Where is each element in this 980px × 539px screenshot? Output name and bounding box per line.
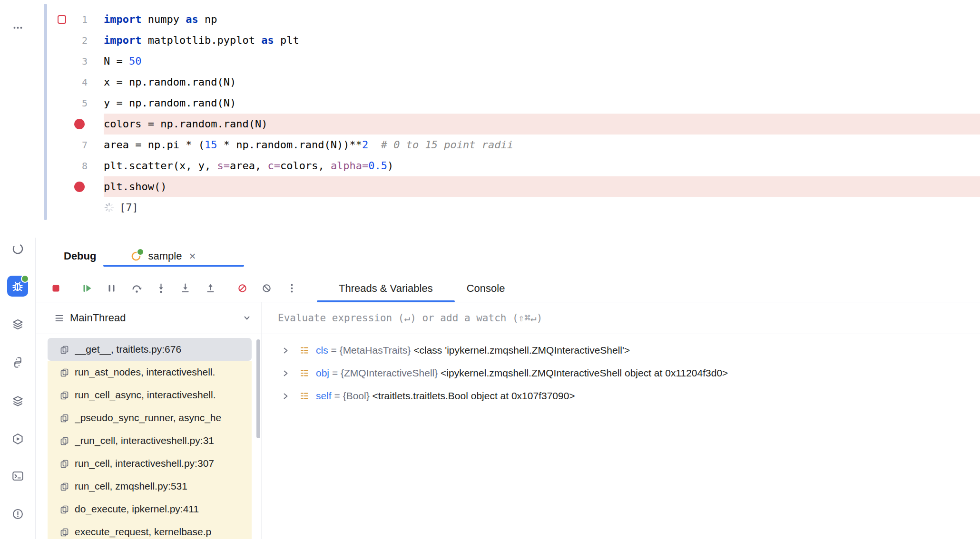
cell-run-marker-icon[interactable] [58,15,66,24]
code-token: import [104,13,141,25]
code-line[interactable]: 5 y = np.random.rand(N) [35,93,980,114]
gutter[interactable]: 1 [35,9,104,30]
frame-icon [59,436,69,446]
code-line[interactable]: 7 area = np.pi * (15 * np.random.rand(N)… [35,135,980,155]
tab-threads-variables[interactable]: Threads & Variables [317,275,455,302]
gutter[interactable] [35,176,104,197]
code-line[interactable]: [7] [35,197,980,218]
stack-frame-row[interactable]: run_cell_async, interactiveshell. [48,384,252,406]
frame-icon [59,413,69,423]
step-out-button[interactable] [204,282,217,295]
frame-label: run_cell, interactiveshell.py:307 [75,458,214,469]
code-text[interactable]: x = np.random.rand(N) [104,72,980,93]
code-token: N = [104,55,129,67]
gutter[interactable]: 3 [35,51,104,72]
more-tool-windows-button[interactable] [7,17,28,38]
breakpoint-icon[interactable] [74,119,85,129]
stack-tool-window-button[interactable] [7,314,28,335]
stack-frame-row[interactable]: _pseudo_sync_runner, async_he [48,406,252,429]
code-text[interactable]: area = np.pi * (15 * np.random.rand(N))*… [104,135,980,155]
mute-breakpoints-button[interactable] [260,282,273,295]
stack-frame-row[interactable]: __get__, traitlets.py:676 [48,338,252,361]
pause-button[interactable] [105,282,118,295]
thread-name: MainThread [70,312,126,324]
variable-row[interactable]: cls = {MetaHasTraits} <class 'ipykernel.… [262,339,980,362]
gutter[interactable]: 4 [35,72,104,93]
code-line[interactable]: 2 import matplotlib.pyplot as plt [35,30,980,51]
thread-selector[interactable]: MainThread [35,302,261,334]
stop-button[interactable] [49,282,62,295]
code-token: colors = np.random.rand(N) [104,118,267,130]
stack-frame-row[interactable]: run_ast_nodes, interactiveshell. [48,361,252,384]
gutter[interactable]: 8 [35,155,104,176]
code-text[interactable]: [7] [104,197,980,218]
variable-type: = {MetaHasTraits} [331,345,411,356]
code-token: area = np.pi * ( [104,139,205,151]
more-options-button[interactable] [285,282,298,295]
tab-console[interactable]: Console [467,275,505,302]
stack-frame-row[interactable]: _run_cell, interactiveshell.py:31 [48,429,252,452]
code-line[interactable]: 4 x = np.random.rand(N) [35,72,980,93]
step-into-button[interactable] [155,282,167,295]
code-line[interactable]: 3 N = 50 [35,51,980,72]
code-line[interactable]: 8 plt.scatter(x, y, s=area, c=colors, al… [35,155,980,176]
code-text[interactable]: colors = np.random.rand(N) [104,114,980,135]
frame-label: _run_cell, interactiveshell.py:31 [75,435,214,446]
variable-value: <class 'ipykernel.zmqshell.ZMQInteractiv… [413,345,630,356]
frame-label: run_cell, zmqshell.py:531 [75,481,187,492]
force-step-into-button[interactable] [179,282,192,295]
close-tab-icon[interactable]: × [189,250,196,262]
variable-row[interactable]: obj = {ZMQInteractiveShell} <ipykernel.z… [262,362,980,385]
frame-label: __get__, traitlets.py:676 [75,344,181,355]
view-breakpoints-button[interactable] [236,282,249,295]
progress-button[interactable] [7,238,28,259]
chevron-right-icon[interactable] [282,393,289,400]
variable-text: obj = {ZMQInteractiveShell} <ipykernel.z… [316,367,728,379]
stack-frame-row[interactable]: execute_request, kernelbase.p [48,520,252,539]
code-text[interactable]: import matplotlib.pyplot as plt [104,30,980,51]
code-area[interactable]: 1 import numpy as np 2 import matplotlib… [35,9,980,218]
chevron-right-icon[interactable] [282,347,289,354]
layers-tool-window-button[interactable] [7,390,28,411]
stack-frame-row[interactable]: run_cell, zmqshell.py:531 [48,475,252,498]
stack-frames-list: __get__, traitlets.py:676 run_ast_nodes,… [35,338,261,539]
gutter[interactable] [35,197,104,218]
services-tool-window-button[interactable] [7,428,28,449]
variable-type: = {ZMQInteractiveShell} [332,367,438,378]
code-line[interactable]: plt.show() [35,176,980,197]
resume-button[interactable] [81,282,94,295]
active-tab-underline [103,265,244,267]
stack-frame-row[interactable]: run_cell, interactiveshell.py:307 [48,452,252,475]
frame-icon [59,367,69,377]
scrollbar-thumb[interactable] [256,339,260,438]
python-tool-window-button[interactable] [7,352,28,373]
terminal-tool-window-button[interactable] [7,465,28,486]
variable-name: self [316,390,332,401]
chevron-right-icon[interactable] [282,370,289,377]
code-line[interactable]: 1 import numpy as np [35,9,980,30]
code-text[interactable]: plt.scatter(x, y, s=area, c=colors, alph… [104,155,980,176]
debug-tool-window-button[interactable] [7,276,28,297]
kernel-busy-icon [129,250,143,263]
problems-tool-window-button[interactable] [7,503,28,524]
line-number: 8 [82,155,104,176]
gutter[interactable]: 5 [35,93,104,114]
tab-console-label: Console [467,282,505,295]
variable-row[interactable]: self = {Bool} <traitlets.traitlets.Bool … [262,385,980,407]
frame-icon [59,481,69,491]
stack-frame-row[interactable]: do_execute, ipkernel.py:411 [48,498,252,520]
breakpoint-icon[interactable] [74,182,85,192]
code-text[interactable]: plt.show() [104,176,980,197]
run-tab-sample[interactable]: sample × [123,238,202,275]
gutter[interactable] [35,114,104,135]
step-over-button[interactable] [130,282,143,295]
code-token: plt.scatter(x, y, [104,160,217,172]
evaluate-expression-field[interactable]: Evaluate expression (↵) or add a watch (… [262,302,980,334]
code-line[interactable]: colors = np.random.rand(N) [35,114,980,135]
gutter[interactable]: 2 [35,30,104,51]
code-text[interactable]: import numpy as np [104,9,980,30]
code-text[interactable]: y = np.random.rand(N) [104,93,980,114]
code-text[interactable]: N = 50 [104,51,980,72]
gutter[interactable]: 7 [35,135,104,155]
layers-icon [11,394,25,408]
